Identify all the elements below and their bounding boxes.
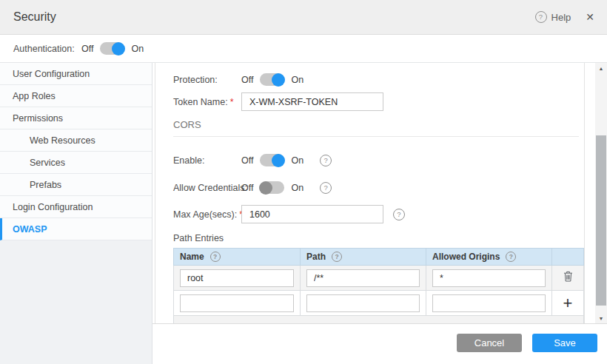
help-button[interactable]: ? Help bbox=[535, 11, 571, 23]
delete-row-icon[interactable] bbox=[563, 271, 573, 282]
toggle-knob-icon bbox=[272, 154, 285, 167]
add-row-icon[interactable]: + bbox=[563, 294, 573, 312]
enable-help-icon[interactable]: ? bbox=[320, 155, 332, 166]
path-entry-name-input[interactable] bbox=[180, 269, 294, 287]
section-divider bbox=[173, 136, 579, 137]
sidebar-item-label: Services bbox=[30, 158, 65, 168]
sidebar-item-label: Login Configuration bbox=[13, 202, 93, 212]
security-dialog: Security ? Help ✕ Authentication: Off On… bbox=[0, 0, 607, 364]
path-entry-origins-input[interactable] bbox=[432, 269, 546, 287]
on-label: On bbox=[131, 44, 144, 54]
sidebar-item-label: Permissions bbox=[13, 113, 63, 124]
max-age-label: Max Age(secs):* bbox=[173, 209, 241, 220]
authentication-bar: Authentication: Off On bbox=[0, 35, 607, 63]
off-label: Off bbox=[241, 155, 253, 166]
protection-toggle-group: Off On bbox=[241, 73, 304, 86]
column-header-name: Name? bbox=[174, 249, 301, 266]
enable-toggle[interactable] bbox=[260, 154, 284, 166]
allow-credentials-label: Allow Credentials: bbox=[173, 183, 241, 193]
off-label: Off bbox=[81, 44, 93, 54]
protection-label: Protection: bbox=[173, 75, 241, 85]
authentication-label: Authentication: bbox=[13, 44, 81, 54]
table-row bbox=[174, 266, 584, 291]
sidebar-item-user-configuration[interactable]: User Configuration bbox=[0, 63, 152, 85]
titlebar-actions: ? Help ✕ bbox=[535, 0, 594, 34]
column-header-actions bbox=[552, 249, 584, 266]
help-question-icon: ? bbox=[535, 11, 547, 23]
off-label: Off bbox=[241, 183, 253, 193]
max-age-help-icon[interactable]: ? bbox=[393, 209, 405, 220]
toggle-knob-icon bbox=[259, 181, 272, 195]
dialog-title: Security bbox=[13, 10, 56, 24]
path-entry-path-input[interactable] bbox=[306, 294, 420, 312]
sidebar-item-web-resources[interactable]: Web Resources bbox=[0, 129, 152, 152]
sidebar-item-login-configuration[interactable]: Login Configuration bbox=[0, 196, 152, 218]
allow-credentials-toggle-group: Off On ? bbox=[241, 181, 332, 194]
owasp-settings-panel: Protection: Off On Token Name:* CORS Ena… bbox=[155, 63, 585, 323]
protection-toggle[interactable] bbox=[260, 73, 284, 86]
close-icon[interactable]: ✕ bbox=[586, 11, 594, 23]
on-label: On bbox=[291, 75, 304, 85]
toggle-knob-icon bbox=[272, 73, 285, 87]
allowed-origins-column-help-icon[interactable]: ? bbox=[506, 252, 516, 262]
token-name-label: Token Name:* bbox=[173, 97, 241, 107]
save-button[interactable]: Save bbox=[532, 334, 597, 352]
path-entry-name-input[interactable] bbox=[180, 294, 294, 312]
on-label: On bbox=[291, 155, 304, 166]
token-name-row: Token Name:* bbox=[173, 92, 383, 111]
table-row-clipped bbox=[174, 316, 584, 324]
scroll-down-icon[interactable]: ▼ bbox=[595, 314, 607, 323]
authentication-toggle[interactable] bbox=[100, 42, 124, 55]
column-header-path: Path? bbox=[301, 249, 426, 266]
table-row: + bbox=[174, 291, 584, 316]
protection-row: Protection: Off On bbox=[173, 70, 304, 89]
path-entry-origins-input[interactable] bbox=[432, 294, 546, 312]
sidebar-item-permissions[interactable]: Permissions bbox=[0, 107, 152, 129]
enable-label: Enable: bbox=[173, 155, 241, 166]
titlebar: Security ? Help ✕ bbox=[0, 0, 607, 35]
column-header-allowed-origins: Allowed Origins? bbox=[426, 249, 552, 266]
enable-toggle-group: Off On ? bbox=[241, 154, 332, 166]
sidebar-item-label: OWASP bbox=[13, 224, 47, 235]
scrollbar-thumb[interactable] bbox=[596, 135, 606, 306]
cors-section-title: CORS bbox=[173, 119, 201, 130]
cancel-button[interactable]: Cancel bbox=[457, 334, 522, 352]
sidebar-item-owasp[interactable]: OWASP bbox=[0, 218, 152, 240]
toggle-knob-icon bbox=[112, 42, 125, 55]
sidebar-item-label: Prefabs bbox=[30, 180, 61, 190]
sidebar-item-label: User Configuration bbox=[13, 69, 90, 79]
path-entry-path-input[interactable] bbox=[306, 269, 420, 287]
help-label: Help bbox=[551, 12, 571, 23]
allow-credentials-help-icon[interactable]: ? bbox=[320, 182, 332, 194]
name-column-help-icon[interactable]: ? bbox=[210, 252, 221, 262]
allow-credentials-row: Allow Credentials: Off On ? bbox=[173, 178, 332, 197]
sidebar: User Configuration App Roles Permissions… bbox=[0, 63, 152, 364]
required-asterisk: * bbox=[230, 97, 234, 107]
authentication-toggle-group: Off On bbox=[81, 42, 144, 55]
path-entries-title: Path Entries bbox=[173, 233, 224, 243]
cors-enable-row: Enable: Off On ? bbox=[173, 151, 332, 169]
token-name-input[interactable] bbox=[241, 92, 383, 111]
sidebar-item-label: Web Resources bbox=[30, 135, 95, 146]
scroll-up-icon[interactable]: ▲ bbox=[595, 64, 607, 73]
footer-bar: Cancel Save bbox=[152, 323, 607, 364]
sidebar-item-app-roles[interactable]: App Roles bbox=[0, 85, 152, 107]
table-header-row: Name? Path? Allowed Origins? bbox=[174, 249, 584, 266]
sidebar-item-prefabs[interactable]: Prefabs bbox=[0, 174, 152, 196]
on-label: On bbox=[291, 183, 304, 193]
sidebar-item-services[interactable]: Services bbox=[0, 152, 152, 174]
sidebar-item-label: App Roles bbox=[13, 91, 56, 101]
path-column-help-icon[interactable]: ? bbox=[332, 252, 342, 262]
max-age-input[interactable] bbox=[241, 205, 383, 223]
vertical-scrollbar[interactable]: ▲ ▼ bbox=[595, 63, 607, 323]
path-entries-table: Name? Path? Allowed Origins? bbox=[173, 248, 584, 323]
allow-credentials-toggle[interactable] bbox=[260, 181, 284, 194]
max-age-row: Max Age(secs):* ? bbox=[173, 205, 405, 223]
off-label: Off bbox=[241, 75, 253, 85]
